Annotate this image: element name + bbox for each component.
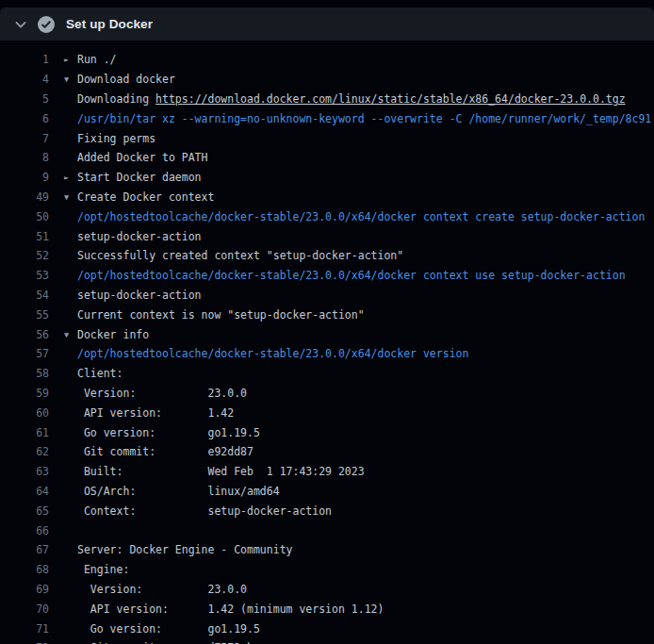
log-group-row[interactable]: 56▼Docker info	[0, 324, 654, 344]
group-title: Run ./	[77, 53, 117, 66]
log-group-row[interactable]: 9►Start Docker daemon	[0, 168, 654, 188]
log-group-row[interactable]: 4▼Download docker	[0, 70, 654, 90]
line-number[interactable]: 62	[0, 445, 49, 458]
line-number[interactable]: 68	[0, 563, 49, 576]
log-line: 52Successfully created context "setup-do…	[0, 246, 654, 266]
line-number[interactable]: 51	[0, 230, 49, 243]
line-number[interactable]: 60	[0, 406, 49, 420]
line-number[interactable]: 49	[0, 190, 49, 204]
line-number[interactable]: 70	[0, 603, 49, 616]
log-text: API version: 1.42 (minimum version 1.12)	[77, 603, 384, 616]
line-number[interactable]: 54	[0, 289, 49, 302]
line-content: Context: setup-docker-action	[49, 504, 332, 518]
triangle-expanded-icon[interactable]: ▼	[49, 330, 77, 339]
line-content: Server: Docker Engine - Community	[49, 543, 292, 556]
log-line: 71 Go version: go1.19.5	[0, 619, 654, 638]
log-line: 62 Git commit: e92dd87	[0, 442, 654, 462]
line-content: /usr/bin/tar xz --warning=no-unknown-key…	[49, 112, 651, 125]
line-content: Version: 23.0.0	[49, 387, 247, 400]
log-text: Built: Wed Feb 1 17:43:29 2023	[77, 465, 365, 478]
group-title: Start Docker daemon	[77, 171, 202, 184]
log-text: Go version: go1.19.5	[77, 426, 260, 439]
line-content: Go version: go1.19.5	[49, 622, 260, 636]
triangle-expanded-icon[interactable]: ▼	[49, 192, 77, 202]
line-content: ▼Download docker	[49, 73, 175, 86]
line-number[interactable]: 53	[0, 269, 49, 282]
log-text: Git commit: e92dd87	[77, 445, 253, 458]
log-line: 7Fixing perms	[0, 128, 654, 148]
download-url-link[interactable]: https://download.docker.com/linux/static…	[155, 92, 626, 106]
line-content: Downloading https://download.docker.com/…	[49, 92, 626, 106]
line-number[interactable]: 8	[0, 151, 49, 164]
line-content: /opt/hostedtoolcache/docker-stable/23.0.…	[49, 269, 626, 282]
line-number[interactable]: 64	[0, 485, 49, 498]
log-text: Fixing perms	[77, 132, 155, 145]
log-viewer: 1►Run ./4▼Download docker5Downloading ht…	[0, 41, 654, 644]
log-text: Successfully created context "setup-dock…	[77, 249, 403, 262]
line-number[interactable]: 63	[0, 465, 49, 478]
line-number[interactable]: 1	[0, 53, 49, 66]
log-text: Version: 23.0.0	[77, 387, 247, 400]
log-line: 50/opt/hostedtoolcache/docker-stable/23.…	[0, 206, 654, 226]
log-group-row[interactable]: 1►Run ./	[0, 50, 654, 70]
line-number[interactable]: 58	[0, 367, 49, 380]
command-text: /opt/hostedtoolcache/docker-stable/23.0.…	[77, 210, 645, 223]
log-text: setup-docker-action	[77, 230, 202, 243]
line-content: ▼Docker info	[49, 328, 149, 341]
log-line: 8Added Docker to PATH	[0, 148, 654, 168]
group-title: Download docker	[77, 73, 175, 86]
log-text: Context: setup-docker-action	[77, 504, 332, 518]
log-line: 58Client:	[0, 364, 654, 384]
log-text: Engine:	[77, 563, 129, 576]
line-number[interactable]: 57	[0, 347, 49, 360]
line-number[interactable]: 56	[0, 328, 49, 341]
log-text: Server: Docker Engine - Community	[77, 543, 292, 556]
line-content: ►Start Docker daemon	[49, 171, 202, 184]
log-line: 70 API version: 1.42 (minimum version 1.…	[0, 599, 654, 619]
log-line: 66	[0, 520, 654, 540]
log-text: setup-docker-action	[77, 289, 202, 302]
line-content: OS/Arch: linux/amd64	[49, 485, 280, 498]
line-number[interactable]: 6	[0, 112, 49, 125]
check-circle-icon	[38, 16, 55, 33]
log-line: 69 Version: 23.0.0	[0, 580, 654, 600]
line-number[interactable]: 50	[0, 210, 49, 223]
triangle-collapsed-icon[interactable]: ►	[49, 173, 77, 182]
log-line: 57/opt/hostedtoolcache/docker-stable/23.…	[0, 344, 654, 364]
log-text: OS/Arch: linux/amd64	[77, 485, 280, 498]
triangle-expanded-icon[interactable]: ▼	[49, 74, 77, 84]
line-number[interactable]: 55	[0, 308, 49, 322]
log-text: Client:	[77, 367, 123, 380]
log-line: 51setup-docker-action	[0, 226, 654, 246]
line-content: ▼Create Docker context	[49, 190, 214, 204]
log-group-row[interactable]: 49▼Create Docker context	[0, 188, 654, 207]
log-line: 55Current context is now "setup-docker-a…	[0, 305, 654, 324]
line-content: Git commit: e92dd87	[49, 445, 253, 458]
line-number[interactable]: 52	[0, 249, 49, 262]
line-content: Built: Wed Feb 1 17:43:29 2023	[49, 465, 365, 478]
step-title: Set up Docker	[66, 17, 153, 31]
log-line: 67Server: Docker Engine - Community	[0, 540, 654, 560]
chevron-down-icon[interactable]	[13, 17, 28, 32]
line-content: setup-docker-action	[49, 230, 202, 243]
log-line: 63 Built: Wed Feb 1 17:43:29 2023	[0, 462, 654, 482]
line-number[interactable]: 69	[0, 583, 49, 596]
line-number[interactable]: 65	[0, 504, 49, 518]
line-number[interactable]: 71	[0, 622, 49, 636]
line-number[interactable]: 67	[0, 543, 49, 556]
line-content: API version: 1.42	[49, 406, 234, 420]
line-number[interactable]: 5	[0, 92, 49, 106]
log-line: 5Downloading https://download.docker.com…	[0, 90, 654, 109]
line-number[interactable]: 4	[0, 73, 49, 86]
line-number[interactable]: 61	[0, 426, 49, 439]
step-header[interactable]: Set up Docker	[0, 8, 654, 41]
log-line: 64 OS/Arch: linux/amd64	[0, 482, 654, 502]
triangle-collapsed-icon[interactable]: ►	[49, 55, 77, 64]
log-line: 68 Engine:	[0, 560, 654, 580]
line-number[interactable]: 9	[0, 171, 49, 184]
line-number[interactable]: 66	[0, 524, 49, 537]
line-number[interactable]: 59	[0, 387, 49, 400]
log-line: 72 Git commit: d7573ab	[0, 638, 654, 644]
command-text: /opt/hostedtoolcache/docker-stable/23.0.…	[77, 347, 468, 360]
line-number[interactable]: 7	[0, 132, 49, 145]
